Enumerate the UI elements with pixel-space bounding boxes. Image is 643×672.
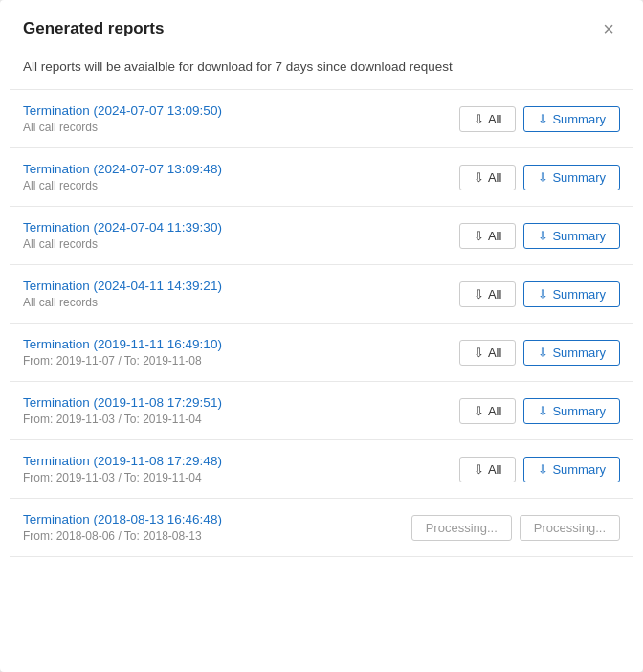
download-icon: ⇩	[474, 346, 484, 360]
download-all-button[interactable]: ⇩ All	[459, 165, 516, 190]
report-sub: From: 2019-11-03 / To: 2019-11-04	[23, 413, 222, 426]
report-info: Termination (2019-11-08 17:29:51)From: 2…	[23, 395, 222, 426]
report-row: Termination (2019-11-08 17:29:48)From: 2…	[10, 439, 633, 498]
report-info: Termination (2019-11-08 17:29:48)From: 2…	[23, 454, 222, 484]
download-icon: ⇩	[538, 170, 548, 185]
download-icon: ⇩	[474, 112, 484, 126]
report-info: Termination (2024-04-11 14:39:21)All cal…	[23, 279, 222, 309]
download-icon: ⇩	[474, 229, 484, 243]
report-actions: ⇩ All⇩ Summary	[459, 281, 620, 307]
report-row: Termination (2019-11-11 16:49:10)From: 2…	[10, 323, 633, 381]
report-info: Termination (2024-07-04 11:39:30)All cal…	[23, 220, 222, 251]
download-icon: ⇩	[474, 287, 484, 302]
download-icon: ⇩	[538, 462, 548, 477]
download-icon: ⇩	[474, 170, 484, 185]
report-name: Termination (2024-07-07 13:09:50)	[23, 103, 222, 118]
report-sub: All call records	[23, 296, 222, 309]
download-icon: ⇩	[474, 404, 484, 418]
report-actions: ⇩ All⇩ Summary	[459, 106, 620, 132]
report-info: Termination (2024-07-07 13:09:48)All cal…	[23, 162, 222, 192]
download-icon: ⇩	[538, 287, 548, 302]
report-info: Termination (2018-08-13 16:46:48)From: 2…	[23, 512, 222, 543]
report-actions: ⇩ All⇩ Summary	[459, 223, 620, 249]
report-name: Termination (2024-07-04 11:39:30)	[23, 220, 222, 235]
download-summary-button[interactable]: ⇩ Summary	[523, 281, 620, 307]
download-all-button[interactable]: ⇩ All	[459, 457, 516, 482]
download-summary-button[interactable]: ⇩ Summary	[523, 457, 620, 482]
info-message: All reports will be avaialble for downlo…	[0, 52, 643, 89]
download-summary-button[interactable]: ⇩ Summary	[523, 340, 620, 366]
download-all-button[interactable]: ⇩ All	[459, 340, 516, 366]
report-name: Termination (2018-08-13 16:46:48)	[23, 512, 222, 526]
report-info: Termination (2024-07-07 13:09:50)All cal…	[23, 103, 222, 134]
download-icon: ⇩	[538, 346, 548, 360]
download-summary-button[interactable]: ⇩ Summary	[523, 165, 620, 190]
modal-header: Generated reports ×	[0, 0, 643, 52]
download-icon: ⇩	[538, 112, 548, 126]
download-all-button[interactable]: ⇩ All	[459, 281, 516, 307]
report-name: Termination (2024-07-07 13:09:48)	[23, 162, 222, 176]
report-row: Termination (2018-08-13 16:46:48)From: 2…	[10, 498, 633, 557]
report-name: Termination (2019-11-11 16:49:10)	[23, 337, 222, 351]
report-name: Termination (2024-04-11 14:39:21)	[23, 279, 222, 293]
download-all-button[interactable]: ⇩ All	[459, 223, 516, 249]
report-name: Termination (2019-11-08 17:29:51)	[23, 395, 222, 410]
processing-summary-button: Processing...	[520, 515, 620, 541]
report-row: Termination (2019-11-08 17:29:51)From: 2…	[10, 381, 633, 439]
report-sub: From: 2019-11-03 / To: 2019-11-04	[23, 471, 222, 484]
report-sub: All call records	[23, 179, 222, 192]
report-actions: ⇩ All⇩ Summary	[459, 340, 620, 366]
report-row: Termination (2024-07-04 11:39:30)All cal…	[10, 206, 633, 264]
processing-all-button: Processing...	[411, 515, 512, 541]
report-sub: From: 2018-08-06 / To: 2018-08-13	[23, 529, 222, 543]
report-list: Termination (2024-07-07 13:09:50)All cal…	[0, 89, 643, 557]
report-actions: Processing...Processing...	[411, 515, 620, 541]
close-button[interactable]: ×	[597, 17, 620, 40]
report-row: Termination (2024-07-07 13:09:48)All cal…	[10, 147, 633, 206]
download-icon: ⇩	[474, 462, 484, 477]
download-icon: ⇩	[538, 229, 548, 243]
report-sub: From: 2019-11-07 / To: 2019-11-08	[23, 354, 222, 368]
download-icon: ⇩	[538, 404, 548, 418]
download-summary-button[interactable]: ⇩ Summary	[523, 223, 620, 249]
report-sub: All call records	[23, 237, 222, 251]
download-summary-button[interactable]: ⇩ Summary	[523, 398, 620, 424]
download-all-button[interactable]: ⇩ All	[459, 106, 516, 132]
report-info: Termination (2019-11-11 16:49:10)From: 2…	[23, 337, 222, 368]
report-actions: ⇩ All⇩ Summary	[459, 165, 620, 190]
download-all-button[interactable]: ⇩ All	[459, 398, 516, 424]
generated-reports-modal: Generated reports × All reports will be …	[0, 0, 643, 672]
report-row: Termination (2024-07-07 13:09:50)All cal…	[10, 89, 633, 147]
report-actions: ⇩ All⇩ Summary	[459, 457, 620, 482]
report-actions: ⇩ All⇩ Summary	[459, 398, 620, 424]
modal-title: Generated reports	[23, 19, 164, 38]
report-name: Termination (2019-11-08 17:29:48)	[23, 454, 222, 468]
report-row: Termination (2024-04-11 14:39:21)All cal…	[10, 264, 633, 323]
download-summary-button[interactable]: ⇩ Summary	[523, 106, 620, 132]
report-sub: All call records	[23, 121, 222, 134]
